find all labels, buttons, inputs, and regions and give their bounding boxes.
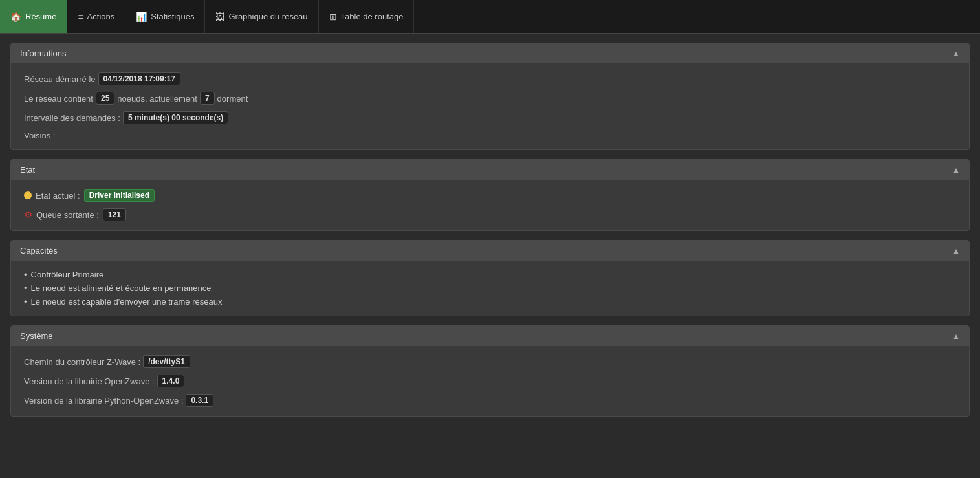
voisins-row: Voisins : — [24, 131, 956, 140]
queue-value: 121 — [103, 208, 126, 221]
section-etat-title: Etat — [20, 165, 35, 175]
python-row: Version de la librairie Python-OpenZwave… — [24, 394, 956, 407]
nodes-row: Le réseau contient 25 noeuds, actuelleme… — [24, 92, 956, 105]
section-informations-title: Informations — [20, 49, 67, 58]
tab-statistiques[interactable]: 📊 Statistiques — [125, 0, 205, 33]
openzwave-row: Version de la librairie OpenZwave : 1.4.… — [24, 375, 956, 387]
list-item: Contrôleur Primaire — [24, 270, 956, 279]
tab-actions[interactable]: ≡ Actions — [67, 0, 125, 33]
openzwave-value: 1.4.0 — [157, 375, 185, 387]
section-informations: Informations ▲ Réseau démarré le 04/12/2… — [10, 43, 970, 150]
list-item: Le noeud est alimenté et écoute en perma… — [24, 283, 956, 293]
resume-icon: 🏠 — [10, 12, 21, 22]
queue-gear-icon: ⚙ — [24, 209, 32, 221]
status-yellow-dot — [24, 191, 32, 199]
queue-label: Queue sortante : — [36, 210, 99, 220]
section-etat: Etat ▲ Etat actuel : Driver initialised … — [10, 159, 970, 231]
section-etat-body: Etat actuel : Driver initialised ⚙ Queue… — [11, 180, 969, 230]
nodes-count: 25 — [96, 92, 114, 105]
section-capacites-body: Contrôleur Primaire Le noeud est aliment… — [11, 261, 969, 316]
interval-value: 5 minute(s) 00 seconde(s) — [123, 111, 228, 124]
nodes-text-post: dorment — [217, 94, 248, 103]
voisins-label: Voisins : — [24, 131, 55, 140]
chevron-systeme-icon: ▲ — [952, 332, 960, 341]
tab-actions-label: Actions — [87, 12, 115, 21]
start-date-row: Réseau démarré le 04/12/2018 17:09:17 — [24, 72, 956, 85]
tab-resume-label: Résumé — [25, 12, 56, 21]
controller-label: Chemin du contrôleur Z-Wave : — [24, 357, 140, 367]
queue-sortante-row: ⚙ Queue sortante : 121 — [24, 208, 956, 221]
nodes-text-pre: Le réseau contient — [24, 94, 93, 103]
tab-resume[interactable]: 🏠 Résumé — [0, 0, 67, 33]
python-value: 0.3.1 — [186, 394, 213, 407]
start-value: 04/12/2018 17:09:17 — [98, 72, 180, 85]
section-capacites: Capacités ▲ Contrôleur Primaire Le noeud… — [10, 240, 970, 316]
nodes-sleeping: 7 — [200, 92, 215, 105]
list-item: Le noeud est capable d'envoyer une trame… — [24, 297, 956, 307]
tab-routage-label: Table de routage — [341, 12, 404, 21]
section-systeme: Système ▲ Chemin du contrôleur Z-Wave : … — [10, 325, 970, 417]
section-informations-body: Réseau démarré le 04/12/2018 17:09:17 Le… — [11, 63, 969, 149]
actions-icon: ≡ — [78, 12, 83, 22]
controller-value: /dev/ttyS1 — [143, 355, 190, 368]
interval-label: Intervalle des demandes : — [24, 113, 120, 123]
tab-statistiques-label: Statistiques — [151, 12, 194, 21]
tab-graphique[interactable]: 🖼 Graphique du réseau — [205, 0, 318, 33]
section-systeme-header: Système ▲ — [11, 326, 969, 346]
section-systeme-title: Système — [20, 331, 53, 341]
start-label: Réseau démarré le — [24, 74, 96, 84]
python-label: Version de la librairie Python-OpenZwave… — [24, 396, 183, 406]
section-systeme-body: Chemin du contrôleur Z-Wave : /dev/ttyS1… — [11, 346, 969, 416]
capacites-list: Contrôleur Primaire Le noeud est aliment… — [24, 270, 956, 307]
navbar: 🏠 Résumé ≡ Actions 📊 Statistiques 🖼 Grap… — [0, 0, 980, 34]
section-informations-header: Informations ▲ — [11, 43, 969, 63]
openzwave-label: Version de la librairie OpenZwave : — [24, 376, 155, 386]
routage-icon: ⊞ — [329, 12, 337, 22]
section-capacites-title: Capacités — [20, 246, 58, 255]
etat-actuel-label: Etat actuel : — [36, 191, 80, 201]
main-content: Informations ▲ Réseau démarré le 04/12/2… — [0, 34, 980, 426]
interval-row: Intervalle des demandes : 5 minute(s) 00… — [24, 111, 956, 124]
tab-routage[interactable]: ⊞ Table de routage — [319, 0, 415, 33]
graphique-icon: 🖼 — [215, 12, 224, 22]
chevron-capacites-icon: ▲ — [952, 246, 960, 255]
tab-graphique-label: Graphique du réseau — [228, 12, 307, 21]
section-capacites-header: Capacités ▲ — [11, 241, 969, 261]
chevron-etat-icon: ▲ — [952, 166, 960, 175]
statistiques-icon: 📊 — [136, 12, 147, 22]
section-etat-header: Etat ▲ — [11, 160, 969, 180]
chevron-informations-icon: ▲ — [952, 49, 960, 58]
etat-actuel-row: Etat actuel : Driver initialised — [24, 189, 956, 202]
etat-actuel-value: Driver initialised — [84, 189, 155, 202]
controller-row: Chemin du contrôleur Z-Wave : /dev/ttyS1 — [24, 355, 956, 368]
nodes-text-mid: noeuds, actuellement — [117, 94, 197, 103]
